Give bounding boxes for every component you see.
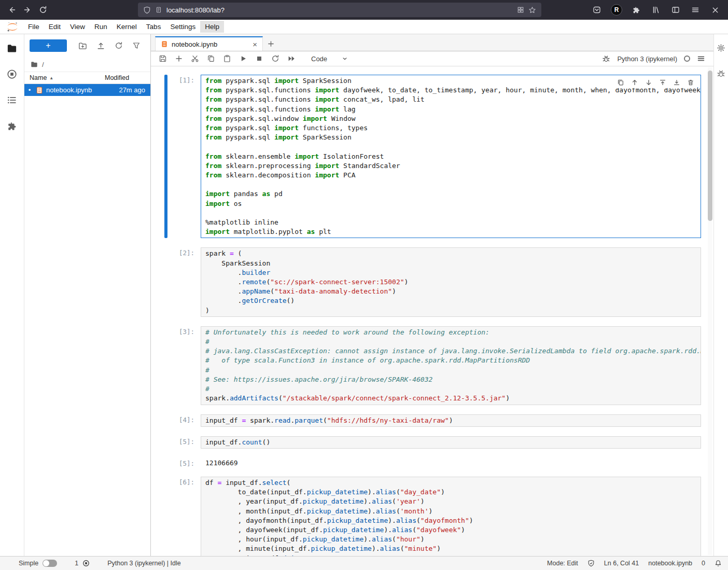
toolbar-more-commands-button[interactable] — [697, 54, 705, 63]
cell-editor[interactable]: spark = ( SparkSession .builder .remote(… — [201, 247, 701, 316]
pocket-button[interactable] — [589, 2, 605, 18]
menu-item-run[interactable]: Run — [90, 21, 112, 33]
kernel-status-text[interactable]: Python 3 (ipykernel) | Idle — [107, 560, 181, 567]
upload-button[interactable] — [96, 41, 105, 50]
code-line: .builder — [205, 268, 696, 277]
menu-item-tabs[interactable]: Tabs — [142, 21, 166, 33]
bell-icon[interactable] — [715, 560, 722, 567]
new-folder-button[interactable] — [78, 41, 87, 50]
cell-editor[interactable]: input_df = spark.read.parquet("hdfs://hd… — [201, 414, 701, 427]
filter-files-button[interactable] — [132, 41, 141, 50]
cell-editor[interactable]: from pyspark.sql import SparkSessionfrom… — [201, 75, 701, 238]
scrollbar-thumb[interactable] — [708, 71, 712, 221]
containers-grid-icon[interactable] — [517, 6, 524, 13]
code-line: , minute(input_df.pickup_datetime).alias… — [205, 544, 696, 553]
kernel-count[interactable]: 1 — [75, 560, 78, 567]
code-cell[interactable]: [6]:df = input_df.select( to_date(input_… — [164, 477, 713, 556]
sidebar-tab-running[interactable] — [6, 68, 18, 80]
plus-icon — [175, 54, 183, 63]
code-cell[interactable]: [1]:from pyspark.sql import SparkSession… — [164, 75, 713, 238]
forward-button[interactable] — [20, 2, 35, 18]
code-cell[interactable]: [5]:input_df.count() — [164, 436, 713, 449]
hamburger-menu-icon — [697, 54, 705, 63]
file-row-notebook[interactable]: • notebook.ipynb 27m ago — [24, 84, 150, 96]
menu-item-edit[interactable]: Edit — [44, 21, 65, 33]
reload-button[interactable] — [35, 2, 51, 18]
save-button[interactable] — [155, 52, 170, 65]
column-header-name[interactable]: Name ▲ — [30, 74, 105, 81]
new-launcher-button[interactable]: + — [30, 39, 67, 52]
site-info-icon[interactable] — [155, 6, 162, 13]
output-text: 12106669 — [201, 458, 238, 467]
cell-type-dropdown[interactable]: Code — [308, 54, 351, 64]
cell-editor[interactable]: # Unfortunately this is needed to work a… — [201, 326, 701, 405]
sidebar-tab-file-browser[interactable] — [6, 43, 18, 54]
notification-count[interactable]: 0 — [702, 560, 705, 567]
code-cell[interactable]: [2]:spark = ( SparkSession .builder .rem… — [164, 247, 713, 316]
library-button[interactable] — [648, 2, 664, 18]
move-cell-down-button[interactable] — [644, 78, 653, 87]
trusted-shield-icon[interactable] — [587, 560, 595, 567]
scrollbar-track[interactable] — [708, 67, 712, 555]
insert-cell-above-button[interactable] — [658, 78, 667, 87]
sidebar-tab-table-of-contents[interactable] — [6, 94, 18, 106]
url-bar[interactable]: localhost:8080/lab? — [138, 3, 541, 17]
restart-run-all-button[interactable] — [284, 52, 299, 65]
simple-mode-toggle[interactable] — [43, 560, 57, 567]
app-menu-button[interactable] — [688, 2, 703, 18]
kernel-status-idle-icon[interactable] — [684, 55, 690, 62]
code-line: .getOrCreate() — [205, 296, 696, 305]
cell-editor[interactable]: input_df.count() — [201, 436, 701, 449]
menu-item-view[interactable]: View — [65, 21, 90, 33]
menu-item-help[interactable]: Help — [200, 21, 224, 33]
code-cell[interactable]: [3]:# Unfortunately this is needed to wo… — [164, 326, 713, 405]
sidebar-tab-extensions[interactable] — [6, 120, 18, 132]
insert-cell-below-button[interactable] — [672, 78, 681, 87]
cursor-position[interactable]: Ln 6, Col 41 — [604, 560, 639, 567]
back-button[interactable] — [4, 2, 20, 18]
code-cell[interactable]: [4]:input_df = spark.read.parquet("hdfs:… — [164, 414, 713, 427]
menu-item-kernel[interactable]: Kernel — [112, 21, 142, 33]
profile-button[interactable]: R — [609, 2, 624, 18]
duplicate-cell-button[interactable] — [616, 78, 625, 87]
sidebar-tab-debugger[interactable] — [717, 69, 725, 78]
kernel-name-button[interactable]: Python 3 (ipykernel) — [617, 55, 677, 63]
tracking-protection-shield-icon[interactable] — [143, 6, 151, 14]
home-folder-icon[interactable] — [31, 61, 38, 68]
notebook-content: [1]:from pyspark.sql import SparkSession… — [151, 66, 713, 556]
cut-cell-button[interactable] — [187, 52, 202, 65]
sidebar-tab-property-inspector[interactable] — [717, 44, 725, 52]
output-area[interactable]: [5]:12106669 — [164, 458, 713, 467]
debugger-button[interactable] — [602, 54, 610, 63]
code-line: to_date(input_df.pickup_datetime).alias(… — [205, 488, 696, 497]
window-close-button[interactable] — [707, 2, 723, 18]
copy-icon — [207, 54, 215, 63]
breadcrumb-root[interactable]: / — [42, 61, 44, 68]
insert-cell-button[interactable] — [171, 52, 186, 65]
cell-editor[interactable]: df = input_df.select( to_date(input_df.p… — [201, 477, 701, 556]
paste-cell-button[interactable] — [219, 52, 234, 65]
move-cell-up-button[interactable] — [630, 78, 639, 87]
running-sessions-icon[interactable] — [82, 560, 90, 567]
tab-close-button[interactable]: × — [253, 40, 257, 49]
restart-kernel-button[interactable] — [268, 52, 283, 65]
left-activity-bar — [0, 34, 24, 556]
tab-notebook[interactable]: notebook.ipynb × — [155, 36, 263, 51]
new-folder-icon — [78, 41, 87, 50]
copy-cell-button[interactable] — [203, 52, 218, 65]
menu-item-settings[interactable]: Settings — [165, 21, 200, 33]
delete-cell-button[interactable] — [686, 78, 695, 87]
refresh-file-list-button[interactable] — [115, 41, 123, 50]
sidebars-button[interactable] — [668, 2, 683, 18]
breadcrumb: / — [24, 57, 150, 72]
code-line: from sklearn.preprocessing import Standa… — [205, 161, 696, 171]
menu-item-file[interactable]: File — [23, 21, 44, 33]
bookmark-star-icon[interactable] — [528, 6, 536, 14]
status-filename[interactable]: notebook.ipynb — [648, 560, 692, 567]
interrupt-kernel-button[interactable] — [251, 52, 267, 65]
new-tab-button[interactable] — [263, 36, 278, 51]
column-header-modified[interactable]: Modified — [105, 74, 145, 81]
command-mode-indicator[interactable]: Mode: Edit — [547, 560, 578, 567]
extensions-button[interactable] — [628, 2, 644, 18]
run-cell-button[interactable] — [235, 52, 250, 65]
